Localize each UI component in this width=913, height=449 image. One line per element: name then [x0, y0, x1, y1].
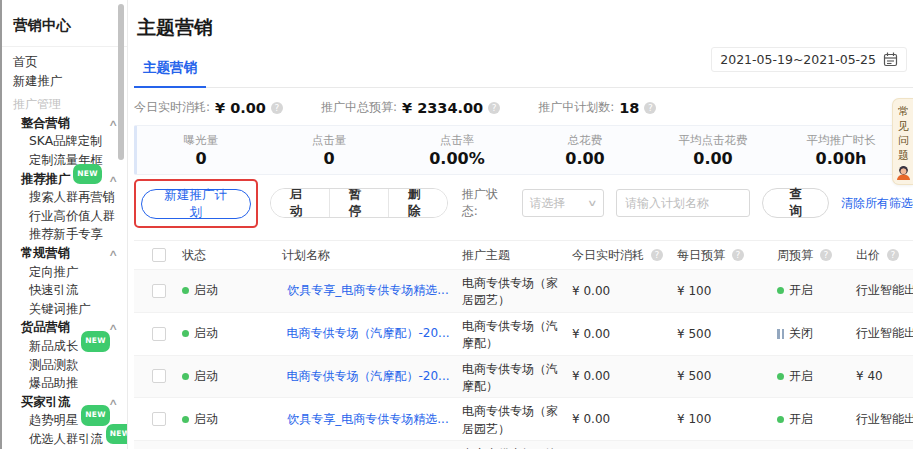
date-range-picker[interactable]: 2021-05-19~2021-05-25 — [711, 47, 907, 72]
sidebar-item[interactable]: SKA品牌定制 — [0, 132, 127, 151]
sidebar-item[interactable]: 定制流量年框 — [0, 151, 127, 170]
calendar-icon — [883, 52, 898, 67]
help-icon[interactable]: ? — [488, 102, 500, 114]
row-checkbox[interactable] — [152, 369, 166, 383]
theme-cell: 电商专供专场（家居园艺） — [462, 270, 572, 312]
table-body: 启动 饮具专享_电商专供专场精选... 电商专供专场（家居园艺） ¥ 0.00 … — [134, 270, 913, 449]
table-header-cell[interactable]: 今日实时消耗 ? — [572, 245, 677, 266]
help-icon[interactable]: ? — [887, 249, 899, 261]
sidebar-scrollbar[interactable] — [118, 4, 124, 160]
table-row: 启动 电商专供专场（汽摩配）-20... 电商专供专场（汽摩配） ¥ 0.00 … — [134, 313, 913, 356]
table-header-cell[interactable]: 状态 ? — [182, 245, 282, 266]
toolbar: 新建推广计划 启动 暂停 删除 推广状态: 请选择 ∨ 查询 清除所有筛选 — [134, 179, 913, 227]
date-range-value: 2021-05-19~2021-05-25 — [720, 52, 876, 67]
chevron-up-icon[interactable]: ∧ — [109, 170, 119, 189]
tab-theme-marketing[interactable]: 主题营销 — [134, 54, 206, 88]
row-checkbox[interactable] — [152, 284, 166, 298]
status-cell: 启动 — [182, 280, 282, 301]
row-checkbox-cell — [134, 282, 182, 300]
row-checkbox[interactable] — [152, 327, 166, 341]
sidebar-item[interactable]: 新建推广 — [0, 72, 127, 91]
table-header-cell[interactable]: 计划名称 ? — [282, 245, 462, 266]
status-filter-select[interactable]: 请选择 ∨ — [522, 189, 604, 217]
chevron-up-icon[interactable]: ∧ — [109, 244, 119, 263]
select-all-checkbox[interactable] — [152, 248, 166, 262]
sidebar-item[interactable]: 推荐推广 NEW ∧ — [0, 170, 127, 189]
sidebar-item-label: 行业高价值人群 — [29, 207, 115, 226]
sidebar-item-label: 快速引流 — [29, 281, 78, 300]
plan-name-link[interactable]: 电商专供专场（汽摩配）-20... — [286, 368, 449, 385]
plan-name-link[interactable]: 电商专供专场（汽摩配）-20... — [286, 325, 449, 342]
sidebar-item[interactable]: 关键词推广 — [0, 300, 127, 319]
new-badge: NEW — [106, 424, 128, 445]
stat-label: 今日实时消耗: — [134, 99, 210, 116]
table-header-label: 每日预算 — [677, 247, 725, 264]
table-header-label: 计划名称 — [282, 247, 330, 264]
week-on-dot — [777, 287, 784, 294]
faq-float-widget[interactable]: 常见问题 — [892, 98, 913, 185]
table-row: 启动 电商专供专场（汽摩配）-20... 电商专供专场（汽摩配） ¥ 0.00 … — [134, 356, 913, 399]
plan-name-search-input[interactable] — [616, 189, 750, 217]
table-row: 启动 饮具专享_电商专供专场精选... 电商专供专场（家居园艺） ¥ 0.00 … — [134, 270, 913, 313]
delete-button[interactable]: 删除 — [388, 189, 447, 217]
plan-name-cell: 饮具专享_电商专供专场精选... — [282, 409, 462, 430]
sidebar-item[interactable]: 整合营销 ∧ — [0, 114, 127, 133]
help-icon[interactable]: ? — [644, 102, 656, 114]
sidebar-item[interactable]: 新品成长 NEW — [0, 337, 127, 356]
sidebar-item[interactable]: 定向推广 — [0, 263, 127, 282]
week-budget-cell: 关闭 — [777, 323, 856, 344]
sidebar-item[interactable]: 行业高价值人群 — [0, 207, 127, 226]
metric-item: 平均推广时长 0.00h — [777, 133, 905, 168]
metric-label: 平均推广时长 — [777, 133, 905, 148]
pause-button[interactable]: 暂停 — [329, 189, 388, 217]
sidebar-item[interactable]: 常规营销 ∧ — [0, 244, 127, 263]
sidebar-item[interactable]: 推广管理 — [0, 95, 127, 114]
sidebar-item[interactable]: 测品测款 — [0, 356, 127, 375]
plan-name-cell: 饮具专享_电商专供专场精选... — [282, 280, 462, 301]
daily-budget-cell: ¥ 500 — [677, 367, 777, 385]
query-button[interactable]: 查询 — [762, 188, 829, 218]
new-plan-button[interactable]: 新建推广计划 — [141, 189, 251, 219]
week-budget-cell: 开启 — [777, 409, 856, 430]
sidebar-title: 营销中心 — [0, 0, 127, 47]
sidebar-item-label: 新品成长 — [29, 337, 78, 356]
metric-label: 曝光量 — [137, 133, 265, 148]
sidebar-item[interactable]: 推荐新手专享 — [0, 225, 127, 244]
sidebar-item[interactable]: 快速引流 — [0, 281, 127, 300]
red-annotation-box: 新建推广计划 — [134, 179, 258, 228]
week-on-dot — [777, 416, 784, 423]
status-dot — [182, 373, 189, 380]
row-checkbox-cell — [134, 325, 182, 343]
metric-label: 总花费 — [521, 133, 649, 148]
sidebar-item-label: 优选人群引流 — [29, 430, 103, 449]
table-header-cell[interactable]: 出价 ? — [856, 245, 913, 266]
plan-name-link[interactable]: 饮具专享_电商专供专场精选... — [287, 282, 448, 299]
faq-label: 常见问题 — [898, 105, 910, 163]
metric-label: 点击量 — [265, 133, 393, 148]
help-icon[interactable]: ? — [732, 249, 744, 261]
table-row: 启动 饮具专享_电商专供专场精选... 电商专供专场（家居园艺） ¥ 0.00 … — [134, 398, 913, 441]
metric-label: 点击率 — [393, 133, 521, 148]
metric-value: 0.00h — [777, 149, 905, 168]
table-header-cell[interactable]: 推广主题 ? — [462, 245, 572, 266]
clear-filters-link[interactable]: 清除所有筛选 — [841, 195, 913, 212]
help-icon[interactable]: ? — [271, 102, 283, 114]
theme-cell: 电商专供专场（汽摩配） — [462, 356, 572, 398]
table-header-cell[interactable]: 周预算 ? — [777, 245, 856, 266]
help-icon[interactable]: ? — [820, 249, 832, 261]
sidebar-item[interactable]: 搜索人群再营销 — [0, 188, 127, 207]
metric-value: 0.00 — [521, 149, 649, 168]
help-icon[interactable]: ? — [651, 249, 663, 261]
row-checkbox[interactable] — [152, 412, 166, 426]
status-dot — [182, 416, 189, 423]
chevron-up-icon[interactable]: ∧ — [109, 393, 119, 412]
chevron-up-icon[interactable]: ∧ — [109, 318, 119, 337]
start-button[interactable]: 启动 — [271, 189, 329, 217]
plan-name-link[interactable]: 饮具专享_电商专供专场精选... — [287, 411, 448, 428]
sidebar-item[interactable]: 首页 — [0, 53, 127, 72]
metric-value: 0.00 — [649, 149, 777, 168]
sidebar-item[interactable]: 优选人群引流 NEW — [0, 430, 127, 449]
table-header-cell[interactable]: 每日预算 ? — [677, 245, 777, 266]
sidebar-item[interactable]: 爆品助推 — [0, 374, 127, 393]
sidebar-item-label: 常规营销 — [21, 244, 70, 263]
